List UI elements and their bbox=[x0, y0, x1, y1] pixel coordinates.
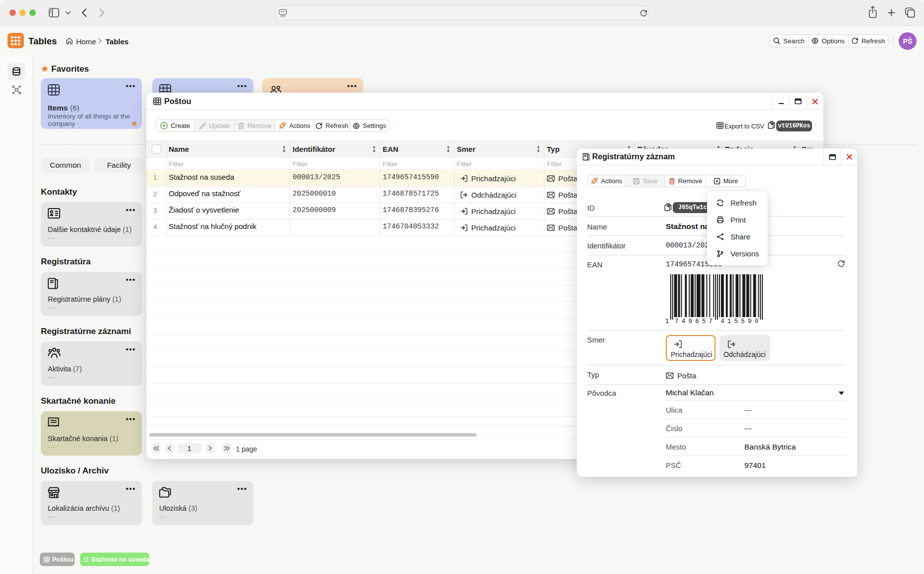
svg-text:4: 4 bbox=[720, 318, 724, 324]
svg-text:9: 9 bbox=[748, 318, 752, 324]
svg-text:1: 1 bbox=[727, 318, 731, 324]
svg-text:5: 5 bbox=[702, 318, 706, 324]
svg-text:5: 5 bbox=[741, 318, 745, 324]
svg-text:4: 4 bbox=[682, 318, 686, 324]
svg-text:1: 1 bbox=[665, 318, 669, 324]
svg-text:9: 9 bbox=[688, 318, 692, 324]
svg-text:0: 0 bbox=[755, 318, 759, 324]
svg-text:6: 6 bbox=[695, 318, 699, 324]
svg-text:7: 7 bbox=[675, 318, 679, 324]
svg-text:7: 7 bbox=[709, 318, 713, 324]
svg-text:5: 5 bbox=[734, 318, 738, 324]
